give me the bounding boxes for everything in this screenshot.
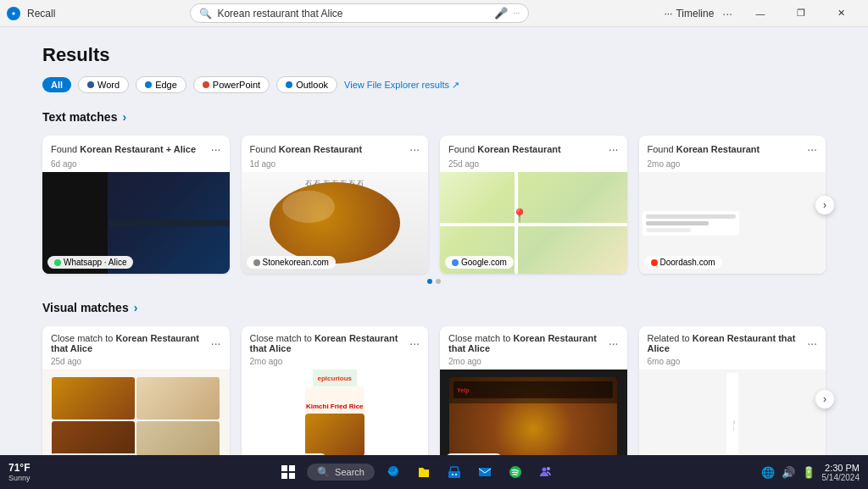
svg-point-10 bbox=[542, 468, 546, 472]
epi-header: epicurious bbox=[313, 370, 357, 386]
card-time: 2mo ago bbox=[440, 357, 627, 370]
next-arrow[interactable]: › bbox=[815, 196, 834, 214]
taskbar-clock[interactable]: 2:30 PM 5/14/2024 bbox=[822, 463, 860, 482]
taskbar-mail-icon[interactable] bbox=[473, 460, 497, 484]
filter-powerpoint[interactable]: PowerPoint bbox=[193, 76, 270, 93]
card-title: Close match to Korean Restaurant that Al… bbox=[250, 333, 410, 353]
card-title: Close match to Korean Restaurant that Al… bbox=[448, 333, 609, 353]
taskbar-battery-icon[interactable]: 🔋 bbox=[802, 466, 815, 479]
taskbar-files-icon[interactable] bbox=[412, 460, 436, 484]
text-matches-arrow[interactable]: › bbox=[122, 110, 126, 124]
epi-food-img bbox=[305, 414, 364, 456]
visual-matches-wrapper: Close match to Korean Restaurant that Al… bbox=[42, 326, 826, 455]
taskbar-search-icon: 🔍 bbox=[317, 466, 330, 478]
edge-dot bbox=[145, 81, 152, 88]
card-header: Found Korean Restaurant ··· bbox=[639, 136, 826, 159]
svg-rect-8 bbox=[479, 468, 491, 476]
taskbar-teams-icon[interactable] bbox=[534, 460, 558, 484]
screenshot-business bbox=[639, 370, 826, 455]
card-image: Whatsapp · Alice bbox=[42, 172, 230, 274]
visual-card-koggi[interactable]: Close match to Korean Restaurant that Al… bbox=[42, 326, 230, 455]
mic-icon[interactable]: 🎤 bbox=[494, 7, 508, 19]
svg-point-11 bbox=[547, 467, 550, 470]
card-header: Close match to Korean Restaurant that Al… bbox=[242, 326, 429, 357]
filter-outlook[interactable]: Outlook bbox=[276, 76, 337, 93]
card-time: 2mo ago bbox=[242, 357, 429, 370]
timeline-label: Timeline bbox=[676, 8, 714, 19]
close-button[interactable]: ✕ bbox=[822, 0, 861, 27]
source-label: Stonekorean.com bbox=[263, 258, 329, 267]
timeline-button[interactable]: ··· Timeline bbox=[664, 8, 714, 19]
card-image: 石 石 石 石 石 石 石 Stonekorean.com bbox=[242, 172, 429, 274]
taskbar-search-label: Search bbox=[335, 467, 364, 477]
visual-matches-arrow[interactable]: › bbox=[134, 301, 138, 314]
visual-matches-header: Visual matches › bbox=[42, 301, 826, 314]
taskbar-network-icon[interactable]: 🌐 bbox=[761, 466, 775, 479]
card-more-button[interactable]: ··· bbox=[807, 142, 817, 156]
filter-bar: All Word Edge PowerPoint Outlook View Fi… bbox=[42, 76, 826, 93]
taskbar-store-icon[interactable] bbox=[442, 460, 466, 484]
card-more-button[interactable]: ··· bbox=[409, 336, 420, 350]
taskbar-spotify-icon[interactable] bbox=[504, 460, 527, 484]
ppt-label: PowerPoint bbox=[213, 80, 260, 90]
search-input[interactable] bbox=[217, 8, 489, 19]
card-more-button[interactable]: ··· bbox=[409, 142, 420, 156]
weather-temp: 71°F bbox=[8, 462, 31, 474]
card-image: 📍 Google.com bbox=[440, 172, 627, 274]
filter-all[interactable]: All bbox=[42, 77, 71, 92]
dot-1[interactable] bbox=[427, 279, 432, 284]
word-label: Word bbox=[97, 80, 120, 90]
restore-button[interactable]: ❐ bbox=[782, 0, 821, 27]
visual-card-yelp[interactable]: Close match to Korean Restaurant that Al… bbox=[440, 326, 627, 455]
biz-img-grid bbox=[733, 380, 735, 415]
filter-word[interactable]: Word bbox=[78, 76, 129, 93]
taskbar-edge-icon[interactable] bbox=[381, 460, 405, 484]
card-image: Business Application bbox=[639, 370, 826, 455]
card-highlight: Korean Restaurant bbox=[676, 144, 760, 154]
text-card-google[interactable]: Found Korean Restaurant ··· 25d ago 📍 bbox=[440, 136, 627, 274]
card-more-button[interactable]: ··· bbox=[211, 336, 221, 350]
taskbar-search-button[interactable]: 🔍 Search bbox=[307, 464, 375, 481]
file-explorer-text: View File Explorer results ↗ bbox=[344, 80, 459, 91]
outlook-label: Outlook bbox=[296, 80, 328, 90]
ppt-dot bbox=[203, 81, 209, 88]
visual-next-arrow[interactable]: › bbox=[815, 390, 834, 408]
card-more-button[interactable]: ··· bbox=[211, 142, 221, 156]
text-matches-header: Text matches › bbox=[42, 110, 826, 124]
map-pin: 📍 bbox=[511, 208, 528, 224]
taskbar-weather[interactable]: 71°F Sunny bbox=[8, 462, 31, 482]
visual-card-business[interactable]: Related to Korean Restaurant that Alice … bbox=[639, 326, 826, 455]
minimize-button[interactable]: — bbox=[741, 0, 780, 27]
card-header: Related to Korean Restaurant that Alice … bbox=[639, 326, 826, 357]
card-highlight: Korean Restaurant + Alice bbox=[80, 144, 196, 154]
visual-card-epicurious[interactable]: Close match to Korean Restaurant that Al… bbox=[242, 326, 429, 455]
card-more-button[interactable]: ··· bbox=[807, 336, 817, 350]
card-time: 25d ago bbox=[42, 357, 230, 370]
card-title: Close match to Korean Restaurant that Al… bbox=[51, 333, 211, 353]
dd-left bbox=[643, 211, 740, 236]
text-card-whatsapp[interactable]: Found Korean Restaurant + Alice ··· 6d a… bbox=[42, 136, 230, 274]
yelp-food: Yelp bbox=[449, 377, 617, 455]
card-title: Related to Korean Restaurant that Alice bbox=[648, 333, 808, 353]
taskbar-date: 5/14/2024 bbox=[822, 473, 860, 482]
text-card-stonekorean[interactable]: Found Korean Restaurant ··· 1d ago 石 石 石… bbox=[242, 136, 429, 274]
card-time: 1d ago bbox=[242, 159, 429, 172]
card-more-button[interactable]: ··· bbox=[609, 142, 619, 156]
file-explorer-link[interactable]: View File Explorer results ↗ bbox=[344, 80, 459, 91]
taskbar-volume-icon[interactable]: 🔊 bbox=[782, 466, 795, 479]
dot-2[interactable] bbox=[436, 279, 441, 284]
card-more-button[interactable]: ··· bbox=[609, 336, 619, 350]
card-time: 25d ago bbox=[440, 159, 627, 172]
windows-start-button[interactable] bbox=[276, 460, 300, 484]
card-header: Found Korean Restaurant ··· bbox=[242, 136, 429, 159]
titlebar-left: Recall bbox=[7, 7, 55, 20]
epi-content: Kimchi Fried Rice bbox=[305, 386, 364, 455]
biz-line bbox=[733, 426, 734, 431]
separator: ··· bbox=[513, 8, 520, 18]
search-bar[interactable]: 🔍 🎤 ··· bbox=[190, 3, 529, 23]
filter-edge[interactable]: Edge bbox=[136, 76, 186, 93]
menu-item-3 bbox=[52, 421, 135, 455]
text-card-doordash[interactable]: Found Korean Restaurant ··· 2mo ago bbox=[639, 136, 826, 274]
more-options-icon[interactable]: ··· bbox=[722, 7, 732, 20]
card-title: Found Korean Restaurant bbox=[648, 144, 760, 154]
